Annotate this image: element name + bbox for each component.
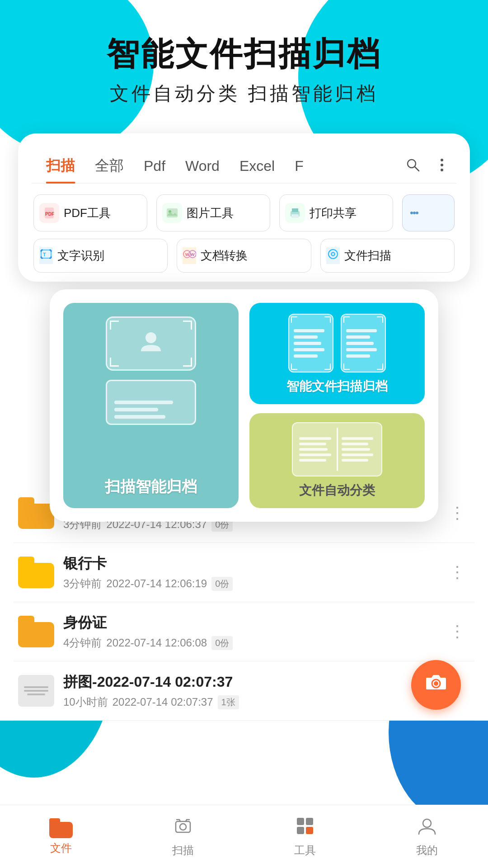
nav-tools-label: 工具	[294, 843, 316, 858]
scan-card-preview	[106, 316, 196, 371]
nav-folder-body	[49, 822, 73, 838]
more-btn-1[interactable]: ⋮	[445, 499, 470, 527]
person-icon	[137, 328, 164, 359]
tool-ocr[interactable]: T 文字识别	[33, 239, 168, 273]
svg-rect-38	[306, 818, 313, 825]
feature-smart-scan[interactable]: 智能文件扫描归档	[249, 303, 425, 404]
tool-pdf-label: PDF工具	[64, 205, 111, 221]
tab-f[interactable]: F	[285, 153, 314, 182]
br2	[342, 443, 369, 445]
nav-mine-icon	[417, 816, 437, 840]
svg-point-14	[416, 212, 418, 214]
more-options-icon[interactable]	[432, 155, 452, 175]
nav-scan[interactable]: 扫描	[122, 805, 244, 868]
ds2-corner-br	[377, 363, 383, 370]
svg-point-4	[441, 169, 443, 171]
svg-point-34	[434, 681, 438, 686]
ds2-line-5	[346, 354, 370, 358]
file-info-4: 拼图-2022-07-14 02:07:37 10小时前 2022-07-14 …	[63, 672, 436, 709]
svg-point-31	[332, 253, 334, 255]
book-preview	[292, 422, 382, 476]
doc-line-1	[114, 401, 173, 404]
doc-preview	[106, 380, 196, 425]
file-item-pintu[interactable]: 拼图-2022-07-14 02:07:37 10小时前 2022-07-14 …	[14, 661, 474, 721]
file-date-2: 2022-07-14 12:06:19	[106, 577, 207, 590]
file-item-shenfenzheng[interactable]: 身份证 4分钟前 2022-07-14 12:06:08 0份 ⋮	[14, 602, 474, 661]
folder-body-1	[18, 504, 54, 529]
feature-scan-label: 扫描智能归档	[105, 476, 197, 497]
ds1-line-1	[294, 329, 324, 332]
nav-mine-label: 我的	[416, 843, 438, 858]
svg-point-12	[410, 212, 413, 214]
ds1-line-5	[294, 354, 318, 358]
feature-right: 智能文件扫描归档	[249, 303, 425, 508]
ocr-icon: T	[39, 247, 53, 264]
tool-pdf[interactable]: PDF PDF工具	[33, 194, 147, 231]
file-badge-4: 1张	[218, 695, 239, 709]
doc-line-2	[114, 408, 158, 411]
bl5	[299, 459, 326, 462]
ds2-corner-tr	[377, 316, 383, 323]
bottom-nav: 文件 扫描 工具	[0, 805, 488, 868]
more-btn-3[interactable]: ⋮	[445, 618, 470, 646]
feature-auto-classify[interactable]: 文件自动分类	[249, 413, 425, 508]
svg-text:T: T	[43, 252, 46, 257]
corner-tr	[183, 321, 192, 330]
fab-camera-button[interactable]	[411, 660, 461, 710]
tab-pdf[interactable]: Pdf	[134, 153, 175, 182]
svg-rect-37	[297, 818, 304, 825]
tool-filescan[interactable]: 文件扫描	[320, 239, 455, 273]
nav-files[interactable]: 文件	[0, 805, 122, 868]
file-meta-4: 10小时前 2022-07-14 02:07:37 1张	[63, 695, 436, 709]
ds2-line-4	[346, 348, 377, 351]
file-meta-3: 4分钟前 2022-07-14 12:06:08 0份	[63, 636, 436, 650]
tool-convert[interactable]: W W 文档转换	[177, 239, 311, 273]
svg-rect-39	[297, 827, 304, 834]
ds1-corner-br	[324, 363, 331, 370]
nav-tools[interactable]: 工具	[244, 805, 366, 868]
tab-excel[interactable]: Excel	[230, 153, 285, 182]
print-icon	[285, 203, 305, 223]
bl1	[299, 437, 331, 440]
tab-scan[interactable]: 扫描	[36, 151, 85, 183]
file-badge-2: 0份	[211, 577, 233, 591]
br4	[342, 453, 374, 456]
tool-convert-label: 文档转换	[201, 248, 248, 264]
header-section: 智能文件扫描归档 文件自动分类 扫描智能归档	[0, 0, 488, 124]
tool-filescan-label: 文件扫描	[344, 248, 391, 264]
file-name-4: 拼图-2022-07-14 02:07:37	[63, 672, 436, 692]
br1	[342, 437, 374, 440]
nav-files-label: 文件	[50, 841, 72, 855]
more-btn-2[interactable]: ⋮	[445, 558, 470, 586]
tab-word[interactable]: Word	[175, 153, 230, 182]
book-divider	[337, 428, 338, 471]
file-date-3: 2022-07-14 12:06:08	[106, 637, 207, 649]
file-item-yinhangka[interactable]: 银行卡 3分钟前 2022-07-14 12:06:19 0份 ⋮	[14, 543, 474, 602]
file-info-2: 银行卡 3分钟前 2022-07-14 12:06:19 0份	[63, 554, 436, 591]
ds2-corner-bl	[343, 363, 350, 370]
tool-print[interactable]: 打印共享	[279, 194, 393, 231]
ds1-corner-tl	[291, 316, 297, 323]
book-page-right	[340, 428, 377, 471]
corner-tl	[110, 321, 119, 330]
svg-point-36	[180, 824, 186, 830]
tool-print-label: 打印共享	[310, 205, 357, 221]
doc-pair	[288, 314, 386, 373]
svg-rect-7	[167, 208, 178, 217]
search-icon[interactable]	[403, 155, 423, 175]
feature-scan-archive[interactable]: 扫描智能归档	[63, 303, 239, 508]
tool-image-label: 图片工具	[187, 205, 234, 221]
thumb-line-1	[24, 686, 48, 688]
fab-camera-icon	[424, 670, 448, 699]
tool-image[interactable]: 图片工具	[156, 194, 270, 231]
nav-mine[interactable]: 我的	[366, 805, 488, 868]
ds1-line-2	[294, 335, 318, 339]
ds2-line-2	[346, 335, 370, 339]
file-thumb-4	[18, 675, 54, 707]
tab-all[interactable]: 全部	[85, 151, 134, 183]
tool-more[interactable]	[402, 194, 455, 231]
file-badge-3: 0份	[211, 636, 233, 650]
folder-body-2	[18, 563, 54, 588]
feature-grid: 扫描智能归档	[63, 303, 425, 508]
ds2-line-1	[346, 329, 377, 332]
